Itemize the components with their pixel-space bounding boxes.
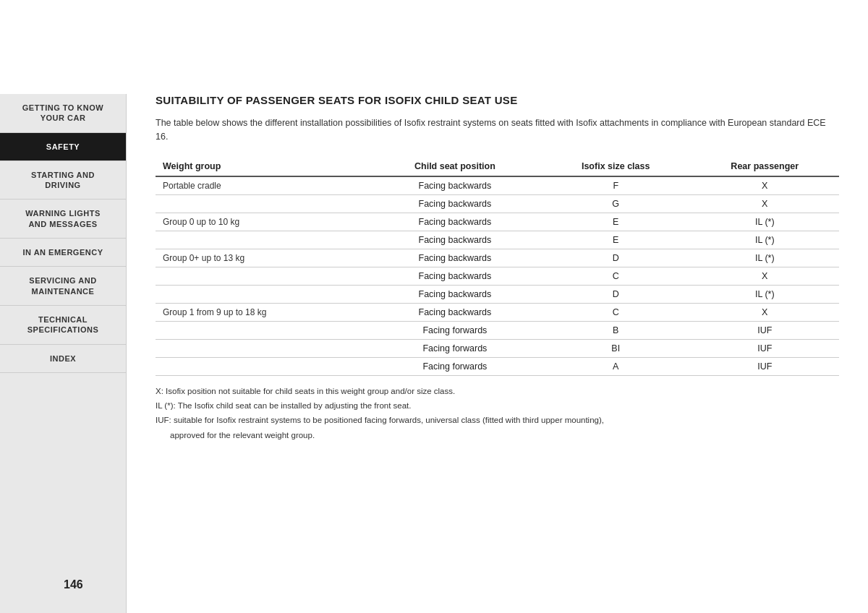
sidebar-item-starting-and-driving[interactable]: STARTING AND DRIVING: [0, 161, 126, 200]
cell-rear-passenger: IL (*): [691, 213, 839, 231]
sidebar-item-technical-specifications[interactable]: TECHNICAL SPECIFICATIONS: [0, 306, 126, 345]
sidebar: GETTING TO KNOW YOUR CAR SAFETY STARTING…: [0, 94, 127, 613]
cell-child-seat-position: Facing forwards: [369, 339, 541, 357]
cell-weight-group: [156, 194, 369, 213]
cell-rear-passenger: IL (*): [691, 231, 839, 249]
cell-child-seat-position: Facing backwards: [369, 213, 541, 231]
cell-weight-group: Group 0+ up to 13 kg: [156, 249, 369, 267]
cell-rear-passenger: IUF: [691, 339, 839, 357]
cell-child-seat-position: Facing forwards: [369, 357, 541, 375]
col-header-weight-group: Weight group: [156, 157, 369, 176]
cell-child-seat-position: Facing backwards: [369, 194, 541, 213]
cell-weight-group: [156, 339, 369, 357]
page-number: 146: [64, 578, 83, 591]
table-row: Group 0+ up to 13 kgFacing backwardsDIL …: [156, 249, 839, 267]
cell-rear-passenger: IUF: [691, 357, 839, 375]
cell-isofix-size: B: [541, 321, 691, 339]
cell-child-seat-position: Facing backwards: [369, 231, 541, 249]
cell-rear-passenger: IL (*): [691, 249, 839, 267]
sidebar-item-servicing-and-maintenance[interactable]: SERVICING AND MAINTENANCE: [0, 267, 126, 306]
cell-rear-passenger: IUF: [691, 321, 839, 339]
isofix-table: Weight group Child seat position Isofix …: [156, 157, 839, 376]
cell-child-seat-position: Facing backwards: [369, 267, 541, 285]
main-content: SUITABILITY OF PASSENGER SEATS FOR ISOFI…: [127, 0, 868, 613]
cell-weight-group: [156, 285, 369, 303]
table-row: Facing backwardsDIL (*): [156, 285, 839, 303]
sidebar-item-getting-to-know[interactable]: GETTING TO KNOW YOUR CAR: [0, 94, 126, 133]
cell-isofix-size: C: [541, 303, 691, 321]
cell-rear-passenger: X: [691, 194, 839, 213]
table-row: Group 1 from 9 up to 18 kgFacing backwar…: [156, 303, 839, 321]
cell-weight-group: [156, 357, 369, 375]
table-row: Facing backwardsCX: [156, 267, 839, 285]
col-header-rear-passenger: Rear passenger: [691, 157, 839, 176]
table-row: Facing forwardsBIIUF: [156, 339, 839, 357]
footnotes: X: Isofix position not suitable for chil…: [156, 385, 839, 442]
cell-weight-group: [156, 267, 369, 285]
cell-child-seat-position: Facing backwards: [369, 176, 541, 195]
cell-isofix-size: D: [541, 249, 691, 267]
cell-isofix-size: D: [541, 285, 691, 303]
cell-child-seat-position: Facing forwards: [369, 321, 541, 339]
sidebar-item-index[interactable]: INDEX: [0, 345, 126, 373]
table-row: Facing forwardsAIUF: [156, 357, 839, 375]
cell-rear-passenger: X: [691, 267, 839, 285]
cell-child-seat-position: Facing backwards: [369, 303, 541, 321]
cell-weight-group: Portable cradle: [156, 176, 369, 195]
cell-weight-group: Group 1 from 9 up to 18 kg: [156, 303, 369, 321]
cell-isofix-size: C: [541, 267, 691, 285]
footnote-il: IL (*): The Isofix child seat can be ins…: [156, 399, 839, 412]
cell-rear-passenger: IL (*): [691, 285, 839, 303]
sidebar-item-warning-lights[interactable]: WARNING LIGHTS AND MESSAGES: [0, 200, 126, 239]
sidebar-item-safety[interactable]: SAFETY: [0, 133, 126, 161]
sidebar-item-in-an-emergency[interactable]: IN AN EMERGENCY: [0, 239, 126, 267]
cell-isofix-size: G: [541, 194, 691, 213]
cell-child-seat-position: Facing backwards: [369, 249, 541, 267]
footnote-iuf-1: IUF: suitable for Isofix restraint syste…: [156, 413, 839, 426]
cell-isofix-size: E: [541, 213, 691, 231]
cell-weight-group: [156, 231, 369, 249]
col-header-isofix-size-class: Isofix size class: [541, 157, 691, 176]
cell-isofix-size: F: [541, 176, 691, 195]
footnote-iuf-2: approved for the relevant weight group.: [156, 429, 839, 442]
cell-rear-passenger: X: [691, 303, 839, 321]
footnote-x: X: Isofix position not suitable for chil…: [156, 385, 839, 398]
col-header-child-seat-position: Child seat position: [369, 157, 541, 176]
cell-weight-group: [156, 321, 369, 339]
cell-weight-group: Group 0 up to 10 kg: [156, 213, 369, 231]
cell-isofix-size: BI: [541, 339, 691, 357]
table-row: Portable cradleFacing backwardsFX: [156, 176, 839, 195]
cell-isofix-size: A: [541, 357, 691, 375]
cell-isofix-size: E: [541, 231, 691, 249]
page-title: SUITABILITY OF PASSENGER SEATS FOR ISOFI…: [156, 94, 839, 106]
intro-text: The table below shows the different inst…: [156, 116, 839, 144]
table-row: Facing backwardsEIL (*): [156, 231, 839, 249]
cell-child-seat-position: Facing backwards: [369, 285, 541, 303]
cell-rear-passenger: X: [691, 176, 839, 195]
table-row: Facing backwardsGX: [156, 194, 839, 213]
table-row: Group 0 up to 10 kgFacing backwardsEIL (…: [156, 213, 839, 231]
table-row: Facing forwardsBIUF: [156, 321, 839, 339]
